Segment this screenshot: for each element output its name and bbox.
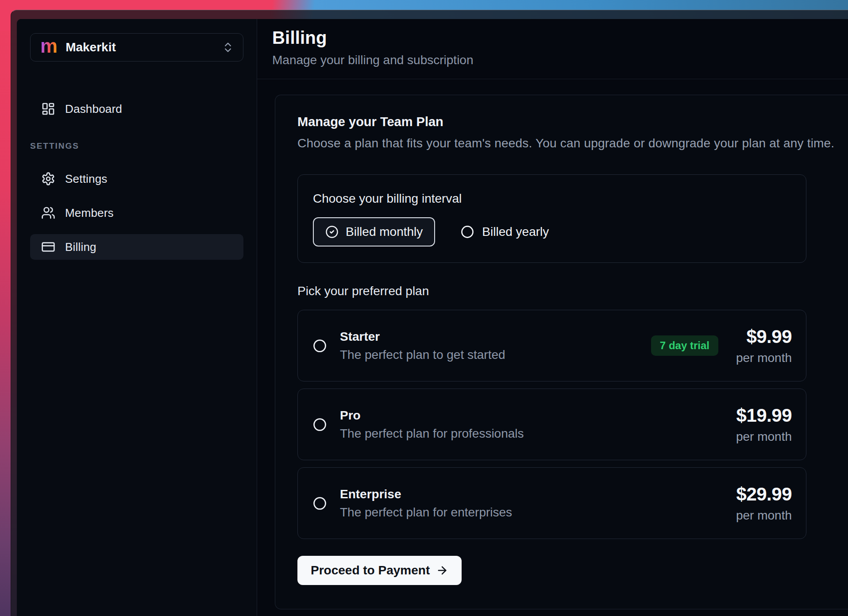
plan-name: Pro	[340, 408, 736, 423]
radio-circle-icon[interactable]	[313, 418, 327, 431]
sidebar-item-label: Settings	[65, 172, 108, 186]
users-icon	[41, 206, 55, 220]
plan-period: per month	[736, 508, 792, 523]
chevrons-up-down-icon	[222, 41, 234, 54]
plan-price-block: $9.99 per month	[736, 326, 792, 365]
page-subtitle: Manage your billing and subscription	[272, 53, 848, 67]
sidebar-item-label: Billing	[65, 240, 96, 254]
plan-text: Pro The perfect plan for professionals	[340, 408, 736, 441]
sidebar-section-settings: SETTINGS	[30, 141, 243, 151]
arrow-right-icon	[436, 564, 448, 577]
plan-price-block: $19.99 per month	[736, 405, 792, 444]
plan-description: The perfect plan for enterprises	[340, 505, 736, 520]
plan-period: per month	[736, 430, 792, 444]
card-description: Choose a plan that fits your team's need…	[297, 136, 848, 150]
plan-name: Starter	[340, 330, 651, 344]
plan-row-pro[interactable]: Pro The perfect plan for professionals $…	[297, 389, 806, 460]
billed-yearly-label: Billed yearly	[482, 225, 549, 239]
sidebar-item-label: Dashboard	[65, 102, 122, 116]
page-title: Billing	[272, 28, 848, 48]
proceed-to-payment-label: Proceed to Payment	[311, 563, 430, 578]
billed-monthly-option[interactable]: Billed monthly	[313, 217, 435, 246]
billing-interval-options: Billed monthly Billed yearly	[313, 217, 791, 246]
plan-description: The perfect plan for professionals	[340, 427, 736, 441]
sidebar: m Makerkit Dashboard SETTINGS	[17, 19, 257, 616]
radio-circle-icon	[461, 225, 474, 239]
plan-row-starter[interactable]: Starter The perfect plan to get started …	[297, 310, 806, 381]
workspace-name: Makerkit	[66, 40, 214, 54]
trial-badge: 7 day trial	[651, 335, 718, 356]
sidebar-item-settings[interactable]: Settings	[30, 166, 243, 192]
sidebar-item-dashboard[interactable]: Dashboard	[30, 96, 243, 122]
proceed-to-payment-button[interactable]: Proceed to Payment	[297, 556, 462, 585]
plan-text: Starter The perfect plan to get started	[340, 330, 651, 362]
sidebar-item-members[interactable]: Members	[30, 200, 243, 226]
plan-price: $9.99	[736, 326, 792, 347]
plan-text: Enterprise The perfect plan for enterpri…	[340, 487, 736, 520]
plan-price: $29.99	[736, 484, 792, 505]
billing-interval-box: Choose your billing interval Billed mont…	[297, 174, 806, 263]
page-header: Billing Manage your billing and subscrip…	[257, 19, 848, 67]
billed-yearly-option[interactable]: Billed yearly	[461, 225, 549, 239]
plan-price: $19.99	[736, 405, 792, 426]
sidebar-item-label: Members	[65, 206, 114, 220]
sidebar-nav: Dashboard SETTINGS Settings Members	[30, 96, 243, 260]
gear-icon	[41, 172, 55, 186]
card-title: Manage your Team Plan	[297, 115, 848, 129]
radio-circle-icon[interactable]	[313, 497, 327, 510]
plan-price-block: $29.99 per month	[736, 484, 792, 523]
sidebar-item-billing[interactable]: Billing	[30, 234, 243, 260]
plan-period: per month	[736, 351, 792, 365]
app-content: m Makerkit Dashboard SETTINGS	[17, 19, 848, 616]
pick-plan-label: Pick your preferred plan	[297, 284, 848, 298]
makerkit-logo: m	[40, 36, 58, 56]
check-circle-icon	[325, 225, 339, 239]
billed-monthly-label: Billed monthly	[346, 225, 423, 239]
dashboard-icon	[41, 102, 55, 116]
app-window: m Makerkit Dashboard SETTINGS	[11, 10, 848, 616]
credit-card-icon	[41, 240, 55, 254]
plan-description: The perfect plan to get started	[340, 348, 651, 362]
main-content: Billing Manage your billing and subscrip…	[257, 19, 848, 616]
team-plan-card: Manage your Team Plan Choose a plan that…	[275, 95, 848, 609]
plan-name: Enterprise	[340, 487, 736, 501]
plan-row-enterprise[interactable]: Enterprise The perfect plan for enterpri…	[297, 467, 806, 539]
content-area: Manage your Team Plan Choose a plan that…	[257, 79, 848, 609]
billing-interval-label: Choose your billing interval	[313, 192, 791, 206]
radio-circle-icon[interactable]	[313, 339, 327, 353]
workspace-selector[interactable]: m Makerkit	[30, 33, 243, 62]
